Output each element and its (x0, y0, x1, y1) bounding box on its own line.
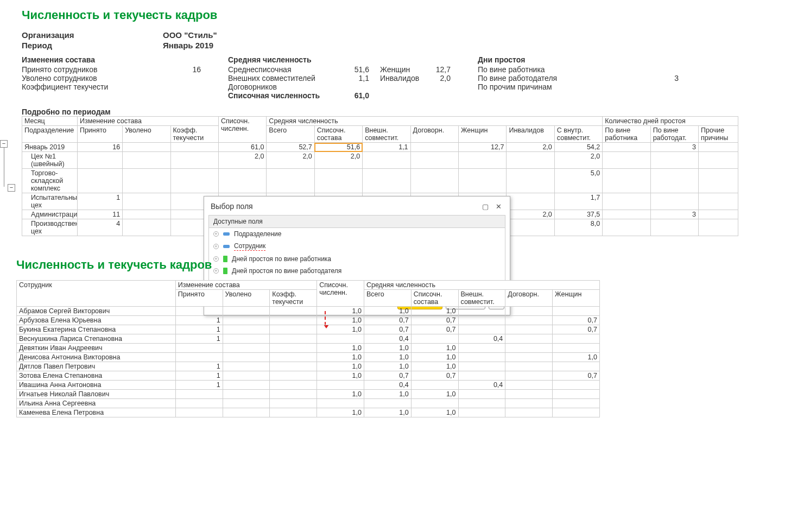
table-row[interactable]: Абрамов Сергей Викторович1,01,01,0 (17, 307, 600, 316)
cell[interactable]: 2,0 (314, 152, 362, 169)
cell[interactable]: 1 (175, 334, 223, 344)
cell[interactable] (123, 169, 170, 193)
cell[interactable]: 0,7 (364, 371, 411, 381)
cell[interactable]: 1,7 (554, 193, 602, 210)
cell[interactable]: 1,0 (317, 344, 364, 353)
cell[interactable] (553, 399, 600, 408)
cell[interactable] (411, 334, 458, 344)
cell[interactable]: 8,0 (554, 219, 602, 236)
cell[interactable]: 0,7 (364, 325, 411, 334)
cell[interactable] (270, 399, 317, 408)
cell[interactable] (267, 169, 314, 193)
cell[interactable] (223, 353, 270, 362)
cell[interactable] (123, 143, 170, 152)
cell[interactable]: Торгово-складской комплекс (22, 169, 78, 193)
col-turn-2[interactable]: Коэфф. текучести (270, 290, 317, 307)
cell[interactable] (505, 399, 553, 408)
cell[interactable]: 1,0 (317, 353, 364, 362)
cell[interactable]: Цех №1 (швейный) (22, 152, 78, 169)
table-row[interactable]: Денисова Антонина Викторовна1,01,01,01,0 (17, 353, 600, 362)
col-ext[interactable]: Внешн. совместит. (363, 126, 410, 143)
col-listcount[interactable]: Списочн. численн. (218, 117, 266, 143)
cell[interactable]: 51,6 (314, 143, 362, 152)
cell[interactable]: 3 (650, 143, 698, 152)
cell[interactable] (223, 307, 270, 316)
field-option[interactable]: +Подразделение (209, 228, 505, 240)
cell[interactable]: 1,0 (317, 408, 364, 417)
cell[interactable] (505, 353, 553, 362)
cell[interactable]: 0,7 (411, 371, 458, 381)
cell[interactable] (77, 169, 122, 193)
cell[interactable]: 1,0 (553, 353, 600, 362)
cell[interactable] (364, 399, 411, 408)
cell[interactable]: 37,5 (554, 210, 602, 219)
cell[interactable] (363, 152, 410, 169)
cell[interactable] (223, 344, 270, 353)
cell[interactable]: 54,2 (554, 143, 602, 152)
cell[interactable]: 0,4 (458, 334, 505, 344)
cell[interactable] (223, 399, 270, 408)
col-month[interactable]: Месяц (22, 117, 78, 126)
cell[interactable] (699, 152, 738, 169)
cell[interactable] (505, 325, 553, 334)
cell[interactable] (553, 307, 600, 316)
table-row[interactable]: Букина Екатерина Степановна11,00,70,70,7 (17, 325, 600, 334)
cell[interactable] (603, 143, 650, 152)
cell[interactable] (553, 334, 600, 344)
cell[interactable]: 0,7 (364, 316, 411, 325)
cell[interactable]: 0,7 (553, 316, 600, 325)
cell[interactable]: 0,4 (458, 381, 505, 390)
cell[interactable] (223, 325, 270, 334)
cell[interactable]: 16 (77, 143, 122, 152)
col-avg-group[interactable]: Средняя численность (267, 117, 603, 126)
cell[interactable]: 2,0 (507, 210, 554, 219)
cell[interactable]: 1,0 (317, 316, 364, 325)
cell[interactable] (603, 169, 650, 193)
cell[interactable] (505, 371, 553, 381)
cell[interactable] (458, 169, 506, 193)
close-icon[interactable]: ✕ (493, 202, 503, 211)
cell[interactable] (123, 219, 170, 236)
cell[interactable]: 1,0 (317, 371, 364, 381)
cell[interactable]: 5,0 (554, 169, 602, 193)
cell[interactable]: 1,0 (411, 353, 458, 362)
cell[interactable] (507, 219, 554, 236)
cell[interactable] (175, 390, 223, 399)
cell[interactable] (175, 399, 223, 408)
cell[interactable] (317, 334, 364, 344)
cell[interactable] (410, 143, 458, 152)
expand-icon[interactable]: + (213, 231, 219, 237)
cell[interactable] (270, 390, 317, 399)
cell[interactable]: 2,0 (267, 152, 314, 169)
cell[interactable] (699, 210, 738, 219)
cell[interactable] (170, 169, 218, 193)
cell[interactable] (505, 408, 553, 417)
cell[interactable]: Администрация (22, 210, 78, 219)
cell[interactable]: 1,0 (411, 408, 458, 417)
cell[interactable]: 1,0 (364, 408, 411, 417)
cell[interactable] (699, 143, 738, 152)
cell[interactable] (553, 381, 600, 390)
cell[interactable]: 0,7 (553, 325, 600, 334)
cell[interactable] (123, 152, 170, 169)
col-ext-2[interactable]: Внешн. совместит. (458, 290, 505, 307)
cell[interactable] (123, 193, 170, 210)
cell[interactable] (77, 152, 122, 169)
cell[interactable] (175, 307, 223, 316)
col-women[interactable]: Женщин (458, 126, 506, 143)
cell[interactable]: 1,0 (364, 353, 411, 362)
cell[interactable]: Испытательный цех (22, 193, 78, 210)
cell[interactable]: Зотова Елена Степановна (17, 371, 176, 381)
cell[interactable] (650, 152, 698, 169)
cell[interactable] (505, 316, 553, 325)
cell[interactable] (411, 399, 458, 408)
table-row[interactable]: Цех №1 (швейный)2,02,02,02,0 (22, 152, 738, 169)
cell[interactable]: Абрамов Сергей Викторович (17, 307, 176, 316)
cell[interactable] (123, 210, 170, 219)
cell[interactable]: 1,0 (411, 362, 458, 371)
cell[interactable]: 1,0 (411, 344, 458, 353)
cell[interactable]: 1,1 (363, 143, 410, 152)
table-row[interactable]: Веснушкина Лариса Степановна10,40,4 (17, 334, 600, 344)
col-change-group-2[interactable]: Изменение состава (175, 281, 317, 290)
cell[interactable] (553, 344, 600, 353)
